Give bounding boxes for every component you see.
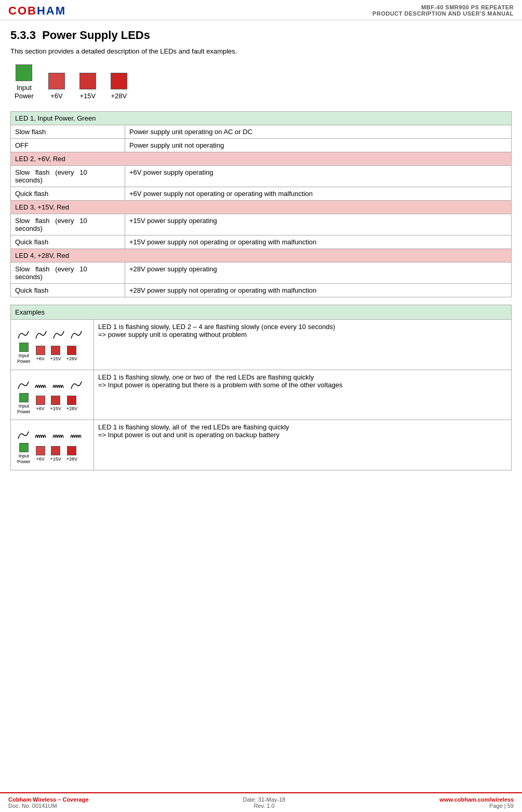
example3-diag-container: InputPower +6V +15V +28V [15,423,89,467]
ex3-lbl-28v: +28V [66,456,77,462]
ex2-led-15v: +15V [50,396,61,412]
led3-row2-col1: Quick flash [11,235,125,249]
example-row-1: InputPower +6V +15V +28V [11,320,512,370]
led-label-15v: +15V [79,92,96,100]
example1-diagram: InputPower +6V +15V +28V [11,320,94,370]
ex3-led-15v [51,446,60,455]
ex2-led-green [19,393,29,402]
led1-row2: OFF Power supply unit not operating [11,139,512,152]
ex2-led-28v: +28V [66,396,77,412]
led2-row2: Quick flash +6V power supply not operati… [11,187,512,201]
example2-diagram: InputPower +6V +15V +28V [11,370,94,420]
wave3-quick-3 [70,429,83,441]
ex1-led-6v: +6V [36,346,45,362]
ex2-lbl-input: InputPower [17,403,31,415]
example3-description: LED 1 is flashing slowly, all of the red… [94,420,512,470]
example1-wave-row [17,326,83,340]
led4-row2-col2: +28V power supply not operating or opera… [125,284,512,297]
ex2-led-6v: +6V [36,396,45,412]
footer-center: Date: 31-May-18 Rev. 1.0 [243,796,286,809]
led4-row1: Slow flash (every 10seconds) +28V power … [11,263,512,284]
led1-table: LED 1, Input Power, Green Slow flash Pow… [10,111,512,297]
led2-row2-col1: Quick flash [11,187,125,201]
wave3-quick-2 [52,429,65,441]
led3-row2: Quick flash +15V power supply not operat… [11,235,512,249]
led-item-15v: +15V [79,73,96,100]
ex3-led-green [19,443,29,452]
example1-description: LED 1 is flashing slowly, LED 2 – 4 are … [94,320,512,370]
led2-header-row: LED 2, +6V, Red [11,152,512,166]
ex1-lbl-15v: +15V [50,356,61,362]
example3-leds-row: InputPower +6V +15V +28V [17,443,77,465]
ex1-lbl-6v: +6V [36,356,44,362]
ex1-led-green [19,343,29,352]
intro-text: This section provides a detailed descrip… [10,47,512,55]
example3-diagram: InputPower +6V +15V +28V [11,420,94,470]
led2-header-cell: LED 2, +6V, Red [11,152,512,166]
example2-leds-row: InputPower +6V +15V +28V [17,393,77,415]
led2-row1: Slow flash (every 10seconds) +6V power s… [11,166,512,187]
product-line2: PRODUCT DESCRIPTION AND USER'S MANUAL [372,10,514,17]
led3-row1: Slow flash (every 10seconds) +15V power … [11,214,512,235]
ex1-led-input: InputPower [17,343,31,364]
led1-header-cell: LED 1, Input Power, Green [11,112,512,125]
product-line1: MBF-40 SMR900 PS REPEATER [372,4,514,10]
ex1-lbl-28v: +28V [66,356,77,362]
example3-wave-row [17,426,83,441]
ex1-lbl-input: InputPower [17,353,31,364]
led3-row2-col2: +15V power supply not operating or opera… [125,235,512,249]
logo-ham: HAM [37,4,66,17]
footer-docno: Doc. No. 00141UM [8,803,89,809]
wave-slow-3 [52,329,65,340]
led3-header-cell: LED 3, +15V, Red [11,201,512,214]
ex3-led-15v: +15V [50,446,61,462]
led-item-input-power: InputPower [15,64,34,100]
ex3-lbl-6v: +6V [36,456,44,462]
examples-header-row: Examples [11,305,512,320]
footer-company: Cobham Wireless – Coverage [8,796,89,803]
led-square-input-power [16,64,32,81]
wave2-quick-1 [35,379,47,391]
company-logo: COBHAM [8,4,66,18]
ex1-led-15v [51,346,60,355]
wave2-slow-2 [70,379,83,391]
wave2-quick-2 [52,379,65,391]
ex2-led-15v [51,396,60,405]
ex1-led-28v: +28V [66,346,77,362]
ex3-lbl-15v: +15V [50,456,61,462]
example-row-3: InputPower +6V +15V +28V [11,420,512,470]
wave-slow-2 [35,329,47,340]
ex1-led-15v: +15V [50,346,61,362]
led-label-input-power: InputPower [15,84,34,100]
ex3-led-28v: +28V [66,446,77,462]
led1-header-row: LED 1, Input Power, Green [11,112,512,125]
wave3-quick-1 [35,429,47,441]
main-content: 5.3.3 Power Supply LEDs This section pro… [0,20,522,486]
led1-row1: Slow flash Power supply unit operating o… [11,125,512,139]
ex2-lbl-15v: +15V [50,406,61,412]
led1-row1-col1: Slow flash [11,125,125,139]
led-icons-row: InputPower +6V +15V +28V [10,64,512,100]
section-title: 5.3.3 Power Supply LEDs [10,29,512,42]
example1-leds-row: InputPower +6V +15V +28V [17,343,77,364]
ex2-led-input: InputPower [17,393,31,415]
header-product-info: MBF-40 SMR900 PS REPEATER PRODUCT DESCRI… [372,4,514,17]
wave2-slow [17,379,30,391]
ex2-lbl-6v: +6V [36,406,44,412]
led-square-28v [111,73,127,89]
footer-page: Page | 59 [439,803,514,809]
ex3-led-28v [67,446,76,455]
led-label-28v: +28V [111,92,127,100]
footer-right: www.cobham.com/wireless Page | 59 [439,796,514,809]
footer-website: www.cobham.com/wireless [439,796,514,803]
logo-cob: COB [8,4,37,17]
led4-row2: Quick flash +28V power supply not operat… [11,284,512,297]
ex1-led-28v [67,346,76,355]
led3-row1-col1: Slow flash (every 10seconds) [11,214,125,235]
ex3-led-6v [36,446,45,455]
led4-row1-col1: Slow flash (every 10seconds) [11,263,125,284]
example-row-2: InputPower +6V +15V +28V [11,370,512,420]
wave-slow-4 [70,329,83,340]
example1-diag-container: InputPower +6V +15V +28V [15,323,89,366]
footer-date: Date: 31-May-18 [243,796,286,803]
